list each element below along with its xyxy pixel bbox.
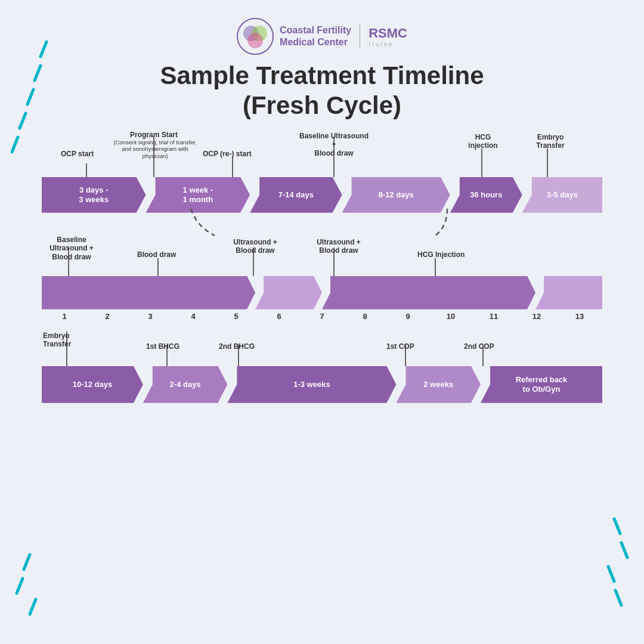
row2-block-right	[535, 276, 602, 309]
label-baseline-us: Baseline Ultrasound +Blood draw	[298, 132, 370, 157]
svg-line-1	[35, 66, 41, 80]
logo-icon	[237, 18, 274, 55]
logo-name: Coastal Fertility	[280, 24, 351, 36]
arrow-referred-back: Referred backto Ob/Gyn	[481, 366, 602, 403]
dashed-connectors	[42, 218, 602, 236]
label-r3-2ndbhcg: 2nd BHCG	[219, 342, 255, 351]
svg-line-4	[12, 137, 18, 152]
label-r2-us2: Ultrasound +Blood draw	[309, 238, 369, 255]
decoration-bottomleft	[12, 549, 60, 620]
label-r3-embryo: EmbryoTransfer	[43, 332, 71, 349]
label-r3-1stbhcg: 1st BHCG	[146, 342, 179, 351]
arrow-10to12days: 10-12 days	[42, 366, 143, 403]
day-4: 4	[172, 312, 215, 321]
day-13: 13	[558, 312, 601, 321]
logo-name2: Medical Center	[280, 36, 351, 48]
arrow-36hours: 36 hours	[450, 177, 522, 213]
day-12: 12	[515, 312, 558, 321]
day-8: 8	[343, 312, 386, 321]
page-container: Coastal Fertility Medical Center RSMC Ir…	[0, 0, 644, 644]
logo-rsmc: RSMC	[369, 26, 407, 41]
svg-point-15	[247, 33, 263, 48]
row3-arrows: 10-12 days 2-4 days 1-3 weeks 2 weeks Re…	[42, 366, 602, 403]
label-r3-2ndcop: 2nd COP	[464, 342, 494, 351]
logo-area: Coastal Fertility Medical Center RSMC Ir…	[24, 18, 620, 55]
svg-line-0	[41, 42, 47, 57]
svg-line-5	[24, 555, 30, 569]
svg-line-3	[20, 113, 26, 128]
row2-block-mid2	[322, 276, 535, 309]
row2-block-left	[42, 276, 255, 309]
main-title: Sample Treatment Timeline (Fresh Cycle)	[24, 61, 620, 121]
row2-numbers: 1 2 3 4 5 6 7 8 9 10 11 12 13	[42, 312, 602, 321]
day-6: 6	[258, 312, 301, 321]
decoration-bottomright	[584, 513, 632, 608]
logo-irvine: Irvine	[369, 41, 407, 48]
label-hcg: HCGinjection	[456, 133, 510, 150]
svg-line-9	[621, 543, 627, 558]
svg-line-10	[608, 566, 614, 581]
label-r2-us1: Ultrasound +Blood draw	[225, 238, 285, 255]
label-program-sub: (Consent signing, trial of transfer, and…	[110, 139, 200, 159]
day-10: 10	[429, 312, 472, 321]
row1-arrows: 3 days -3 weeks 1 week -1 month 7-14 day…	[42, 177, 602, 213]
svg-line-2	[27, 89, 33, 104]
day-11: 11	[472, 312, 515, 321]
row2-arrows	[42, 276, 602, 309]
arrow-1week1month: 1 week -1 month	[146, 177, 250, 213]
label-r2-hcg: HCG Injection	[417, 250, 465, 259]
day-3: 3	[129, 312, 172, 321]
label-r2-baseline: Baseline Ultrasound +Blood draw	[42, 236, 101, 261]
row1-section: OCP start Program Start (Consent signing…	[24, 131, 620, 213]
label-ocp-restart: OCP (re-) start	[203, 150, 252, 158]
row3-labels: EmbryoTransfer 1st BHCG 2nd BHCG 1st COP…	[42, 332, 602, 366]
svg-line-8	[614, 519, 620, 534]
day-7: 7	[301, 312, 343, 321]
row3-connectors	[42, 332, 602, 366]
arrow-1to3weeks: 1-3 weeks	[227, 366, 396, 403]
label-program-start: Program Start	[124, 131, 184, 139]
day-2: 2	[86, 312, 129, 321]
row2-labels: Baseline Ultrasound +Blood draw Blood dr…	[42, 236, 602, 276]
svg-line-11	[615, 590, 621, 605]
row3-section: EmbryoTransfer 1st BHCG 2nd BHCG 1st COP…	[24, 332, 620, 403]
label-r2-blood: Blood draw	[137, 250, 176, 259]
svg-line-6	[17, 578, 23, 593]
arrow-8to12days: 8-12 days	[342, 177, 450, 213]
label-r3-1stcop: 1st COP	[386, 342, 414, 351]
arrow-3days3weeks: 3 days -3 weeks	[42, 177, 146, 213]
day-5: 5	[215, 312, 258, 321]
arrow-2to4days: 2-4 days	[143, 366, 228, 403]
svg-line-7	[30, 599, 36, 614]
day-9: 9	[386, 312, 429, 321]
row2-block-mid1	[255, 276, 322, 309]
day-1: 1	[43, 312, 86, 321]
arrow-3to5days: 3-5 days	[522, 177, 602, 213]
arrow-2weeks: 2 weeks	[396, 366, 481, 403]
arrow-7to14days: 7-14 days	[250, 177, 342, 213]
row2-section: Baseline Ultrasound +Blood draw Blood dr…	[24, 236, 620, 321]
label-embryo-transfer: EmbryoTransfer	[524, 133, 577, 150]
